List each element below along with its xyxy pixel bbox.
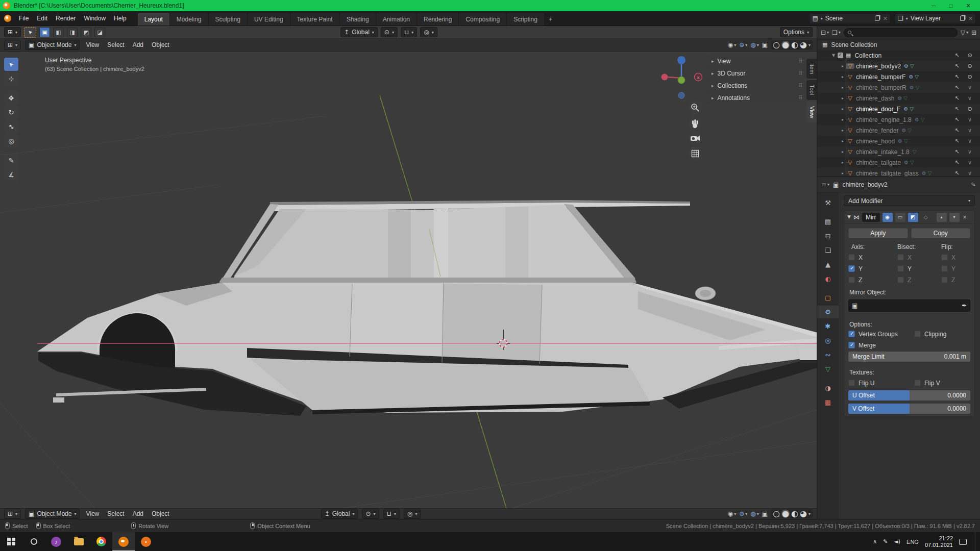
axis-x-checkbox[interactable] (848, 254, 855, 261)
viewport2-menu-add[interactable]: Add (131, 510, 145, 517)
minimize-button[interactable]: ─ (925, 3, 942, 9)
viewport-editor-type[interactable]: ⊞▾ (4, 40, 21, 50)
tab-constraints[interactable]: ∾ (819, 348, 837, 361)
viewport-3d[interactable]: X (0, 52, 817, 508)
tab-scene[interactable]: ▲ (819, 258, 837, 271)
flip-z-checkbox[interactable] (941, 277, 948, 283)
tool-move[interactable]: ✥ (4, 91, 18, 105)
eye-closed-icon[interactable]: ∨ (964, 170, 976, 176)
collapse-icon[interactable]: ▼ (830, 54, 837, 58)
outliner-item-hood[interactable]: ▸▽ chimère_hood ⚙▽ ↖∨ (817, 136, 980, 146)
tab-texture-paint[interactable]: Texture Paint (290, 13, 339, 26)
tab-view-layer[interactable]: ❏ (819, 244, 837, 257)
viewport-menu-view[interactable]: View (84, 41, 101, 48)
tab-scripting[interactable]: Scripting (507, 13, 544, 26)
outliner-scene-collection[interactable]: ▦ Scene Collection (817, 39, 980, 50)
object-visibility-dropdown[interactable]: ◉▾ (728, 42, 737, 48)
clipping-checkbox[interactable] (914, 331, 921, 337)
shading-solid-icon[interactable]: ● (781, 41, 790, 49)
tab-object-data[interactable]: ▽ (819, 363, 837, 375)
file-explorer-button[interactable] (67, 532, 90, 551)
tab-uv-editing[interactable]: UV Editing (248, 13, 290, 26)
tab-world[interactable]: ◐ (819, 272, 837, 285)
pivot-dropdown-bottom[interactable]: ⊙▾ (362, 509, 379, 519)
menu-window[interactable]: Window (80, 11, 110, 26)
material-icon[interactable]: ◐ (791, 510, 798, 518)
overlays-toggle[interactable]: ◍▾ (750, 42, 759, 48)
eye-open-icon[interactable]: ⊙ (964, 63, 976, 69)
outliner-item-bodyv2[interactable]: ▸▽ chimère_bodyv2 ⚙▽ ↖⊙ (817, 61, 980, 71)
active-tool-select-box[interactable]: ➤ (24, 27, 36, 38)
tool-cursor[interactable]: ⊹ (4, 72, 18, 85)
taskbar-app-purple[interactable]: ♪ (45, 532, 67, 551)
tab-modeling[interactable]: Modeling (170, 13, 208, 26)
gizmos-toggle-bottom[interactable]: ⊕▾ (739, 511, 747, 517)
eye-open-icon[interactable]: ⊙ (964, 74, 976, 80)
sidebar-panel-3d-cursor[interactable]: ▸3D Cursor⠿ (707, 68, 806, 79)
outliner-item-tailgate[interactable]: ▸▽ chimère_tailgate ⚙▽ ↖∨ (817, 157, 980, 168)
blender-menu-icon[interactable] (4, 15, 11, 22)
select-mode-invert[interactable]: ◩ (81, 27, 91, 37)
viewport-menu-object[interactable]: Object (150, 41, 172, 48)
eye-closed-icon[interactable]: ∨ (964, 95, 976, 101)
expand-modifier-icon[interactable]: ▼ (847, 215, 851, 219)
tab-output[interactable]: ⊟ (819, 230, 837, 242)
new-view-layer-icon[interactable] (960, 16, 965, 21)
snapping-toggle-bottom[interactable]: ⊔▾ (383, 509, 400, 519)
outliner-collection[interactable]: ▼ ▦ Collection ↖ ⊙ (817, 50, 980, 61)
eye-closed-icon[interactable]: ∨ (964, 117, 976, 122)
cage-toggle[interactable]: ◇ (921, 213, 931, 222)
shading-material-icon[interactable]: ◐ (791, 41, 798, 49)
orientation-dropdown-bottom[interactable]: ↥Global▾ (321, 509, 358, 519)
language-indicator[interactable]: ENG (906, 539, 919, 545)
clock[interactable]: 21:22 07.01.2021 (925, 535, 953, 548)
tab-compositing[interactable]: Compositing (459, 13, 506, 26)
menu-help[interactable]: Help (110, 11, 131, 26)
outliner-display-mode[interactable]: ⊟▾ (821, 30, 829, 36)
mode-dropdown[interactable]: ▣Object Mode▾ (25, 40, 80, 50)
tab-modifiers[interactable]: ⚙ (817, 306, 839, 318)
tab-layout[interactable]: Layout (138, 13, 169, 26)
xray-toggle-bottom[interactable]: ▣ (762, 511, 768, 517)
vertex-groups-checkbox[interactable] (848, 331, 855, 337)
select-arrow-icon[interactable]: ↖ (950, 63, 964, 69)
v-offset-slider[interactable]: V Offset0.0000 (848, 404, 970, 414)
select-arrow-icon[interactable]: ↖ (950, 106, 964, 112)
bisect-x-checkbox[interactable] (897, 254, 904, 261)
chrome-button[interactable] (90, 532, 112, 551)
outliner-item-bumperR[interactable]: ▸▽ chimère_bumperR ⚙▽ ↖∨ (817, 82, 980, 93)
select-arrow-icon[interactable]: ↖ (950, 95, 964, 101)
snapping-toggle[interactable]: ⊔▾ (401, 27, 417, 37)
outliner-filter-dropdown[interactable]: ▽▾ (961, 30, 968, 36)
view-layer-selector[interactable]: ❏▾ View Layer ✕ (895, 13, 976, 24)
tab-animation[interactable]: Animation (376, 13, 416, 26)
properties-editor-type[interactable]: ≡▾ (821, 182, 829, 188)
viewport-menu-add[interactable]: Add (131, 41, 145, 48)
apply-button[interactable]: Apply (848, 228, 908, 238)
solid-icon[interactable]: ● (781, 510, 790, 518)
realtime-visibility-toggle[interactable]: ▭ (895, 213, 905, 222)
select-arrow-icon[interactable]: ↖ (950, 53, 964, 58)
new-collection-button[interactable]: ⊞ (971, 30, 976, 36)
eye-closed-icon[interactable]: ∨ (964, 160, 976, 165)
transform-orientation-dropdown[interactable]: ↥Global▾ (340, 27, 378, 37)
outliner-item-tailgate-glass[interactable]: ▸▽ chimère_tailgate_glass ⚙▽ ↖∨ (817, 168, 980, 177)
mirror-object-field[interactable]: ▣ ✒ (848, 299, 970, 312)
select-mode-intersect[interactable]: ◪ (94, 27, 105, 37)
tab-material[interactable]: ◑ (819, 382, 837, 394)
pin-icon[interactable]: ✑ (969, 181, 977, 189)
taskbar-app-orange[interactable]: • (135, 532, 157, 551)
sidebar-panel-collections[interactable]: ▸Collections⠿ (707, 80, 806, 91)
tool-select-box[interactable]: ➤ (4, 58, 18, 71)
viewport2-menu-object[interactable]: Object (150, 510, 172, 517)
visibility-dropdown-bottom[interactable]: ◉▾ (728, 511, 737, 517)
eye-closed-icon[interactable]: ∨ (964, 149, 976, 155)
viewport2-menu-view[interactable]: View (84, 510, 101, 517)
gizmos-toggle[interactable]: ⊕▾ (739, 42, 747, 48)
mode-dropdown-bottom[interactable]: ▣Object Mode▾ (25, 509, 80, 519)
tab-shading[interactable]: Shading (340, 13, 376, 26)
outliner-item-intake[interactable]: ▸▽ chimère_intake_1.8 ▽ ↖∨ (817, 146, 980, 157)
eye-closed-icon[interactable]: ∨ (964, 128, 976, 133)
eye-open-icon[interactable]: ⊙ (964, 106, 976, 112)
tab-texture[interactable]: ▦ (819, 396, 837, 409)
